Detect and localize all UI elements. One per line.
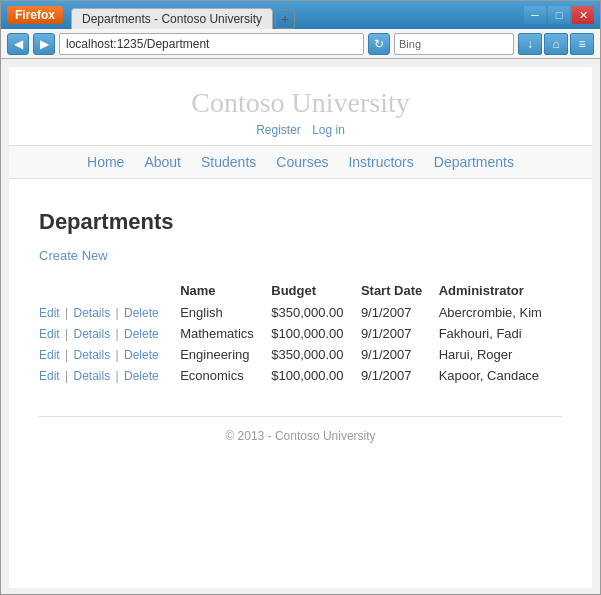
nav-departments[interactable]: Departments xyxy=(434,154,514,170)
toolbar-icons: ↓ ⌂ ≡ xyxy=(518,33,594,55)
row-delete-link[interactable]: Delete xyxy=(124,369,159,383)
action-separator: | xyxy=(62,327,72,341)
cell-budget: $350,000.00 xyxy=(271,302,361,323)
action-separator: | xyxy=(62,348,72,362)
home-button[interactable]: ⌂ xyxy=(544,33,568,55)
nav-students[interactable]: Students xyxy=(201,154,256,170)
nav-courses[interactable]: Courses xyxy=(276,154,328,170)
row-details-link[interactable]: Details xyxy=(73,348,110,362)
action-separator: | xyxy=(112,327,122,341)
cell-name: Mathematics xyxy=(180,323,271,344)
search-placeholder: Bing xyxy=(399,38,421,50)
cell-budget: $350,000.00 xyxy=(271,344,361,365)
addressbar: ◀ ▶ localhost:1235/Department ↻ Bing ↓ ⌂… xyxy=(1,29,600,59)
site-nav-links: Register Log in xyxy=(9,123,592,137)
row-delete-link[interactable]: Delete xyxy=(124,327,159,341)
new-tab-button[interactable]: + xyxy=(275,9,295,29)
nav-about[interactable]: About xyxy=(144,154,181,170)
row-edit-link[interactable]: Edit xyxy=(39,327,60,341)
action-separator: | xyxy=(112,369,122,383)
back-button[interactable]: ◀ xyxy=(7,33,29,55)
site-header: Contoso University Register Log in Home … xyxy=(9,67,592,189)
tab-title: Departments - Contoso University xyxy=(82,12,262,26)
site-title: Contoso University xyxy=(9,87,592,119)
cell-admin: Harui, Roger xyxy=(439,344,562,365)
col-actions xyxy=(39,279,180,302)
cell-admin: Kapoor, Candace xyxy=(439,365,562,386)
cell-name: Economics xyxy=(180,365,271,386)
minimize-button[interactable]: ─ xyxy=(524,6,546,24)
create-link: Create New xyxy=(39,247,562,263)
table-row: Edit | Details | DeleteMathematics$100,0… xyxy=(39,323,562,344)
row-edit-link[interactable]: Edit xyxy=(39,306,60,320)
cell-admin: Abercrombie, Kim xyxy=(439,302,562,323)
cell-name: Engineering xyxy=(180,344,271,365)
main-content: Departments Create New Name Budget Start… xyxy=(9,189,592,475)
cell-admin: Fakhouri, Fadi xyxy=(439,323,562,344)
page-content: Contoso University Register Log in Home … xyxy=(9,67,592,588)
row-actions: Edit | Details | Delete xyxy=(39,365,180,386)
cell-startdate: 9/1/2007 xyxy=(361,302,439,323)
table-row: Edit | Details | DeleteEnglish$350,000.0… xyxy=(39,302,562,323)
window-controls: ─ □ ✕ xyxy=(524,6,594,24)
row-delete-link[interactable]: Delete xyxy=(124,348,159,362)
browser-tab[interactable]: Departments - Contoso University xyxy=(71,8,273,29)
cell-startdate: 9/1/2007 xyxy=(361,365,439,386)
cell-name: English xyxy=(180,302,271,323)
create-new-link[interactable]: Create New xyxy=(39,248,108,263)
col-name: Name xyxy=(180,279,271,302)
row-details-link[interactable]: Details xyxy=(73,306,110,320)
row-edit-link[interactable]: Edit xyxy=(39,348,60,362)
col-admin: Administrator xyxy=(439,279,562,302)
address-field[interactable]: localhost:1235/Department xyxy=(59,33,364,55)
col-budget: Budget xyxy=(271,279,361,302)
table-header-row: Name Budget Start Date Administrator xyxy=(39,279,562,302)
cell-startdate: 9/1/2007 xyxy=(361,344,439,365)
address-text: localhost:1235/Department xyxy=(66,37,209,51)
login-link[interactable]: Log in xyxy=(312,123,345,137)
titlebar: Firefox Departments - Contoso University… xyxy=(1,1,600,29)
restore-button[interactable]: □ xyxy=(548,6,570,24)
firefox-button[interactable]: Firefox xyxy=(7,6,63,24)
departments-table: Name Budget Start Date Administrator Edi… xyxy=(39,279,562,386)
row-delete-link[interactable]: Delete xyxy=(124,306,159,320)
row-actions: Edit | Details | Delete xyxy=(39,344,180,365)
page-heading: Departments xyxy=(39,209,562,235)
page-footer: © 2013 - Contoso University xyxy=(39,416,562,455)
download-button[interactable]: ↓ xyxy=(518,33,542,55)
cell-budget: $100,000.00 xyxy=(271,323,361,344)
row-details-link[interactable]: Details xyxy=(73,369,110,383)
row-actions: Edit | Details | Delete xyxy=(39,323,180,344)
site-nav: Home About Students Courses Instructors … xyxy=(9,145,592,179)
table-row: Edit | Details | DeleteEngineering$350,0… xyxy=(39,344,562,365)
nav-instructors[interactable]: Instructors xyxy=(348,154,413,170)
table-row: Edit | Details | DeleteEconomics$100,000… xyxy=(39,365,562,386)
action-separator: | xyxy=(112,306,122,320)
menu-button[interactable]: ≡ xyxy=(570,33,594,55)
search-bar[interactable]: Bing xyxy=(394,33,514,55)
register-link[interactable]: Register xyxy=(256,123,301,137)
row-actions: Edit | Details | Delete xyxy=(39,302,180,323)
action-separator: | xyxy=(112,348,122,362)
row-details-link[interactable]: Details xyxy=(73,327,110,341)
close-button[interactable]: ✕ xyxy=(572,6,594,24)
col-startdate: Start Date xyxy=(361,279,439,302)
cell-budget: $100,000.00 xyxy=(271,365,361,386)
forward-button[interactable]: ▶ xyxy=(33,33,55,55)
tab-bar: Departments - Contoso University + xyxy=(71,1,524,29)
action-separator: | xyxy=(62,369,72,383)
cell-startdate: 9/1/2007 xyxy=(361,323,439,344)
row-edit-link[interactable]: Edit xyxy=(39,369,60,383)
nav-home[interactable]: Home xyxy=(87,154,124,170)
refresh-button[interactable]: ↻ xyxy=(368,33,390,55)
action-separator: | xyxy=(62,306,72,320)
browser-window: Firefox Departments - Contoso University… xyxy=(0,0,601,595)
